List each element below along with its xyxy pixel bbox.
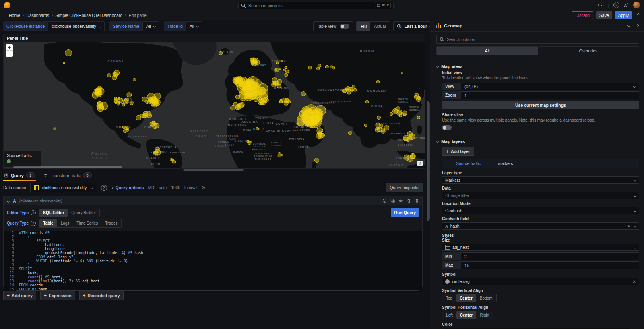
geohash-field-select[interactable]: Ahash✕ <box>442 222 639 230</box>
sql-line[interactable]: 2 ( <box>4 235 422 239</box>
align-center[interactable]: Center <box>456 294 476 302</box>
world-map[interactable]: CANADARUSSIAUNITED STATESMEXICOCUBAGUATE… <box>4 42 425 168</box>
use-current-map-settings-button[interactable]: Use current map settings <box>442 101 639 109</box>
collapse-header-icon[interactable] <box>637 13 641 17</box>
layer-item-source-traffic[interactable]: Source traffic markers <box>442 159 639 168</box>
visualization-picker[interactable]: Geomap <box>444 23 462 28</box>
sql-line[interactable]: 9 ) <box>4 263 422 267</box>
sql-line[interactable]: 6 geohashEncode(Longitude, Latitude, 4) … <box>4 251 422 255</box>
help-icon[interactable]: ? <box>613 2 619 8</box>
service-name-dropdown[interactable]: All <box>142 21 159 31</box>
drag-grip-icon[interactable] <box>415 199 419 203</box>
tab-overrides[interactable]: Overrides <box>538 47 639 55</box>
query-type-traces[interactable]: Traces <box>101 219 121 227</box>
query-inspector-button[interactable]: Query Inspector <box>386 183 423 192</box>
max-input[interactable]: 15 <box>461 261 639 269</box>
run-query-button[interactable]: Run Query <box>391 208 419 217</box>
expression-button[interactable]: +Expression <box>40 291 75 300</box>
search-options-input[interactable]: Search options <box>436 35 639 44</box>
breadcrumb-home[interactable]: Home <box>9 13 20 18</box>
clear-icon[interactable]: ✕ <box>633 279 636 284</box>
min-input[interactable]: 2 <box>461 252 639 260</box>
sql-line[interactable]: 12 count() AS heat, <box>4 275 422 279</box>
query-builder-option[interactable]: Query Builder <box>68 209 99 217</box>
toggle-switch[interactable] <box>340 24 349 29</box>
add-query-button[interactable]: +Add query <box>3 291 36 300</box>
pane-divider[interactable] <box>427 20 427 329</box>
map-marker <box>129 101 134 105</box>
sql-line[interactable]: 1WITH coords AS <box>4 231 422 235</box>
viz-dropdown-icon[interactable] <box>627 24 630 27</box>
transform-icon <box>44 173 48 178</box>
options-scrollbar[interactable] <box>429 103 430 219</box>
sql-editor-option[interactable]: SQL Editor <box>39 209 68 217</box>
layer-type-select[interactable]: Markers <box>442 176 639 184</box>
user-avatar[interactable] <box>633 2 640 8</box>
sql-line[interactable]: 8 WHERE (Longitude != 0) AND (Latitude !… <box>4 259 422 263</box>
section-map-view[interactable]: Map view <box>436 64 639 69</box>
location-mode-select[interactable]: Geohash <box>442 207 639 214</box>
breadcrumb-dashboards[interactable]: Dashboards <box>26 13 49 18</box>
instance-value-dropdown[interactable]: clickhouse-observability <box>48 21 105 31</box>
editor-type-help-icon[interactable]: ? <box>31 210 36 215</box>
data-select[interactable]: Change filter <box>442 192 639 199</box>
save-button[interactable]: Save <box>596 11 612 19</box>
sql-line[interactable]: 5 Longitude, <box>4 247 422 251</box>
info-icon[interactable] <box>382 199 387 203</box>
size-field-select[interactable]: adj_heat <box>442 244 639 251</box>
eye-icon[interactable] <box>398 199 403 203</box>
datasource-help-icon[interactable]: ? <box>101 185 107 191</box>
map-zoom-in-button[interactable]: + <box>6 44 13 51</box>
collapse-query-icon[interactable] <box>6 199 10 203</box>
add-layer-button[interactable]: +Add layer <box>442 147 474 156</box>
map-info-button[interactable]: i <box>417 161 423 166</box>
add-new-button[interactable]: + <box>597 2 604 8</box>
query-type-timeseries[interactable]: Time Series <box>73 219 101 227</box>
sql-line[interactable]: 4 Latitude, <box>4 243 422 247</box>
table-view-toggle[interactable]: Table view <box>313 21 353 31</box>
align-center[interactable]: Center <box>456 311 477 319</box>
datasource-picker[interactable]: clickhouse-observability <box>30 183 97 192</box>
duplicate-icon[interactable] <box>390 199 395 203</box>
query-type-logs[interactable]: Logs <box>57 219 73 227</box>
query-row-header[interactable]: A (clickhouse-observability) <box>4 196 422 205</box>
news-icon[interactable] <box>624 3 629 8</box>
time-range-picker[interactable]: Last 1 hour <box>394 22 435 31</box>
align-right[interactable]: Right <box>476 311 493 319</box>
zoom-input[interactable]: 1 <box>461 91 639 99</box>
grafana-logo-icon[interactable] <box>4 2 10 8</box>
clear-icon[interactable]: ✕ <box>627 224 631 228</box>
query-type-table[interactable]: Table <box>39 219 57 227</box>
fill-option[interactable]: Fill <box>357 22 370 31</box>
panel-title[interactable]: Panel Title <box>4 34 425 42</box>
sql-line[interactable]: 13 round(log10(heat), 2) AS adj_heat <box>4 279 422 283</box>
sql-line[interactable]: 11 hash, <box>4 271 422 275</box>
query-options-toggle[interactable]: Query options <box>111 185 144 190</box>
sql-line[interactable]: 14FROM coords <box>4 283 422 287</box>
sql-code-editor[interactable]: 1WITH coords AS2 (3 SELECT4 Latitude,5 L… <box>4 231 422 292</box>
breadcrumb-dashboard-name[interactable]: Simple ClickHouse OTel Dashboard <box>55 13 122 18</box>
apply-button[interactable]: Apply <box>615 11 632 19</box>
tab-all[interactable]: All <box>437 47 538 55</box>
collapse-options-icon[interactable] <box>636 24 639 27</box>
align-top[interactable]: Top <box>442 294 456 302</box>
tab-transform-data[interactable]: Transform data 0 <box>44 172 92 181</box>
share-view-toggle[interactable] <box>442 125 452 130</box>
align-bottom[interactable]: Bottom <box>476 294 496 302</box>
recorded-query-button[interactable]: +Recorded query <box>79 291 124 300</box>
align-left[interactable]: Left <box>442 311 456 319</box>
symbol-select[interactable]: circle.svg✕ <box>442 278 639 285</box>
trash-icon[interactable] <box>407 199 411 203</box>
sql-line[interactable]: 10SELECT <box>4 267 422 271</box>
trace-id-dropdown[interactable]: All <box>186 21 203 31</box>
view-select[interactable]: (0°, 0°) <box>461 83 639 90</box>
sql-line[interactable]: 3 SELECT <box>4 239 422 243</box>
discard-button[interactable]: Discard <box>572 11 593 19</box>
sql-line[interactable]: 7 FROM otel_logs_v2 <box>4 255 422 259</box>
global-search-input[interactable]: Search or jump to... ⌘+k <box>238 2 394 9</box>
query-type-help-icon[interactable]: ? <box>31 221 36 226</box>
section-map-layers[interactable]: Map layers <box>436 139 639 144</box>
actual-option[interactable]: Actual <box>370 22 389 31</box>
map-zoom-out-button[interactable]: − <box>6 51 13 57</box>
tab-query[interactable]: Query 1 <box>4 172 35 181</box>
